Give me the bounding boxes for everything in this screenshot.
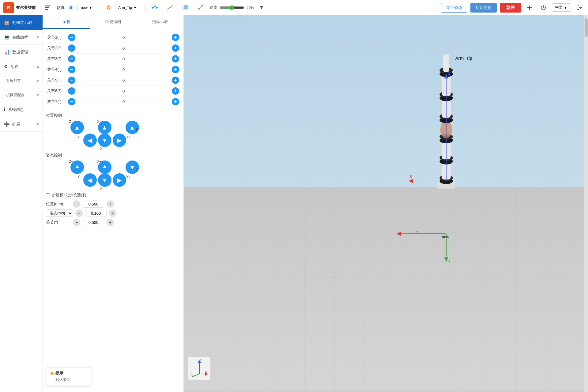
sidebar-item-programming[interactable]: 💻 在线编程 ∨: [0, 30, 43, 45]
joint-dec-6[interactable]: −: [68, 87, 75, 95]
pos-z-minus-label: Z-: [136, 128, 139, 131]
sysinfo-icon: ℹ: [4, 107, 6, 112]
joint-inc-3[interactable]: +: [172, 55, 179, 62]
svg-text:new: new: [442, 235, 449, 239]
joint-val-4: 0: [78, 67, 169, 72]
pos-down-btn[interactable]: ▼: [98, 134, 111, 147]
joint-inc-7[interactable]: +: [172, 98, 179, 105]
pos-arrow-pad: ▲ Z+ ▲ X+ ▲ Z- ◀ Y- ▼ ▶ Y+: [67, 119, 159, 150]
joint-label-7: 关节7(°): [47, 99, 66, 104]
step-mode-label: 步进模式(步长选择): [52, 192, 86, 198]
tab-teach[interactable]: 示教: [43, 15, 90, 29]
svg-line-14: [200, 7, 202, 8]
joint-inc-2[interactable]: +: [172, 44, 179, 52]
svg-point-13: [201, 5, 203, 7]
cube-icon-btn[interactable]: [179, 3, 191, 13]
speed-value: 50%: [247, 6, 254, 10]
step-joint-input[interactable]: [83, 219, 104, 226]
joint-label-3: 关节3(°): [47, 56, 66, 62]
step-joint-dec[interactable]: −: [73, 219, 80, 226]
pos-z-minus-btn[interactable]: ▲: [126, 121, 139, 134]
pos-z-plus-label: Z+: [69, 120, 73, 123]
step-joint-row: 关节(°) − +: [46, 219, 180, 226]
step-att-inc[interactable]: +: [109, 209, 116, 217]
att-y-plus-btn[interactable]: ▶: [113, 173, 126, 187]
joint-inc-6[interactable]: +: [172, 87, 179, 95]
joint-dec-7[interactable]: −: [68, 98, 75, 105]
joint-dec-5[interactable]: −: [68, 77, 75, 84]
logo: R 睿尔曼智能: [3, 2, 36, 13]
att-y-plus-label: Y+: [126, 175, 130, 179]
hint-title: 提示: [51, 371, 87, 376]
step-pos-dec[interactable]: −: [73, 200, 80, 208]
init-pose-button[interactable]: 初始姿态: [470, 3, 497, 13]
sidebar-label-sysconfg: 系统配置: [6, 78, 21, 84]
step-joint-inc[interactable]: +: [107, 219, 114, 226]
step-att-input[interactable]: [85, 210, 107, 217]
sidebar-item-data[interactable]: 📊 数据管理: [0, 45, 43, 59]
sidebar-label-ext: 扩展: [12, 122, 20, 127]
ext-arrow: ∨: [37, 123, 39, 126]
joint-icon-btn[interactable]: [149, 3, 161, 13]
scroll-thumb[interactable]: [585, 18, 588, 37]
step-pos-inc[interactable]: +: [107, 200, 114, 208]
sidebar-item-sysinfo[interactable]: ℹ 系统信息: [0, 102, 43, 117]
step-att-dec[interactable]: −: [75, 209, 83, 217]
joint-dec-1[interactable]: −: [68, 34, 75, 41]
att-x-minus-label: X-: [100, 187, 104, 190]
sidebar-item-teach[interactable]: 🤖 机械臂示教: [0, 15, 43, 30]
joint-inc-4[interactable]: +: [172, 66, 179, 73]
plus-btn[interactable]: [524, 4, 535, 12]
coord-indicator-svg: Z X Y: [190, 359, 209, 377]
pos-x-plus-label: X+: [97, 120, 101, 123]
language-selector[interactable]: 中文 ▼: [552, 3, 571, 12]
joint-inc-1[interactable]: +: [172, 34, 179, 41]
step-mode-checkbox[interactable]: [46, 193, 50, 197]
svg-line-9: [156, 7, 156, 7]
mode-toggle-btn[interactable]: [42, 3, 54, 12]
pos-y-minus-btn[interactable]: ◀: [83, 134, 97, 147]
estop-button[interactable]: 急停: [500, 3, 521, 13]
prog-arrow: ∨: [37, 36, 39, 39]
joint-label-6: 关节6(°): [47, 88, 66, 94]
pos-y-plus-btn[interactable]: ▶: [113, 134, 126, 147]
speed-slider[interactable]: [220, 5, 244, 10]
tab-pose-edit[interactable]: 位姿编辑: [90, 15, 137, 29]
logout-btn[interactable]: [574, 3, 585, 12]
joint-val-5: 0: [78, 78, 169, 83]
path-icon-btn[interactable]: [164, 3, 176, 13]
joint-inc-5[interactable]: +: [172, 77, 179, 84]
content-area: 示教 位姿编辑 拖动示教 关节1(°) − 0 + 关节2(°) − 0 +: [43, 15, 588, 392]
tab-drag-teach[interactable]: 拖动示教: [137, 15, 183, 29]
joint-dec-3[interactable]: −: [68, 55, 75, 62]
tip-selector[interactable]: Arm_Tip ▼: [115, 4, 145, 11]
att-down-btn[interactable]: ▼: [98, 173, 111, 187]
joint-label-4: 关节4(°): [47, 67, 66, 72]
scrollbar[interactable]: [584, 15, 588, 392]
robot-selector[interactable]: new ▼: [77, 4, 102, 11]
att-z-minus-btn[interactable]: [126, 160, 139, 174]
step-att-select[interactable]: 姿态(rad): [46, 209, 73, 217]
joint-dec-2[interactable]: −: [68, 44, 75, 52]
zero-pose-button[interactable]: 零位姿态: [441, 3, 467, 13]
att-y-minus-btn[interactable]: ◀: [83, 173, 97, 187]
sidebar-item-config[interactable]: ⚙ 配置 ∧: [0, 59, 43, 74]
chain-icon-btn[interactable]: [194, 3, 207, 13]
svg-rect-71: [443, 54, 449, 72]
joint-row-3: 关节3(°) − 0 +: [46, 54, 180, 64]
sidebar-item-armconfig[interactable]: 机械臂配置 ∨: [0, 88, 43, 102]
joint-val-2: 0: [78, 46, 169, 51]
3d-scene-svg: Arm_Tip Z X × new: [184, 15, 588, 392]
svg-point-6: [154, 6, 156, 7]
step-pos-input[interactable]: [83, 201, 104, 208]
speed-chevron[interactable]: ▼: [256, 3, 267, 12]
joint-row-4: 关节4(°) − 0 +: [46, 64, 180, 75]
sidebar-item-ext[interactable]: ➕ 扩展 ∨: [0, 117, 43, 132]
svg-text:X: X: [205, 371, 207, 374]
joint-dec-4[interactable]: −: [68, 66, 75, 73]
sidebar-item-sysconfg[interactable]: 系统配置 ∨: [0, 74, 43, 88]
sysconfg-arrow: ∨: [37, 79, 39, 83]
hint-text: 到达限位: [51, 377, 87, 383]
power-btn[interactable]: [538, 3, 549, 12]
main-layout: 🤖 机械臂示教 💻 在线编程 ∨ 📊 数据管理 ⚙ 配置 ∧ 系统配置 ∨ 机械…: [0, 15, 588, 392]
